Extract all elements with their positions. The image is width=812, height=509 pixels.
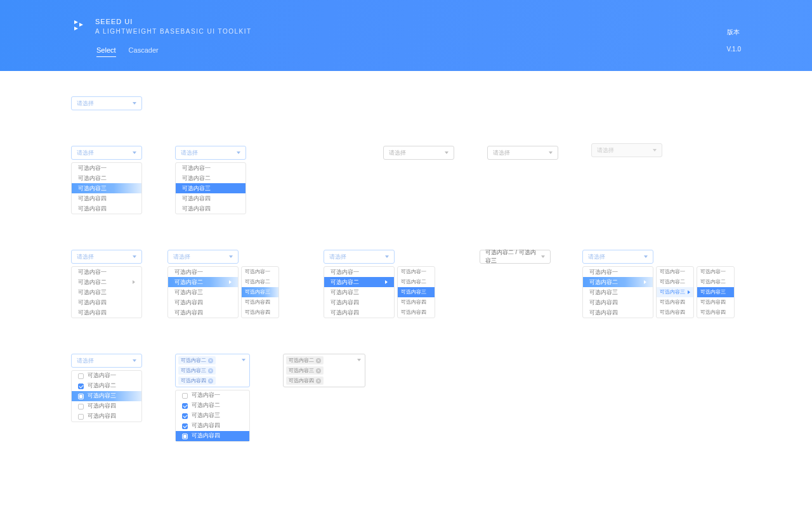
option-4b[interactable]: 可选内容四: [176, 203, 246, 214]
check-option-4[interactable]: 可选内容四: [176, 421, 249, 431]
sub-option-3-active[interactable]: 可选内容三: [657, 287, 693, 297]
app-subtitle: A LIGHTWEIGHT BASEBASIC UI TOOLKIT: [95, 28, 252, 35]
sub-option-4[interactable]: 可选内容四: [657, 297, 693, 307]
option-2[interactable]: 可选内容二: [72, 173, 141, 183]
option-1[interactable]: 可选内容一: [176, 163, 246, 173]
sub-option-1[interactable]: 可选内容一: [398, 267, 435, 277]
nav-select[interactable]: Select: [96, 46, 116, 57]
check-option-2[interactable]: 可选内容二: [176, 401, 249, 411]
nav-cascader[interactable]: Cascader: [129, 46, 159, 57]
sub-option-3-hover[interactable]: 可选内容三: [242, 287, 278, 297]
chevron-down-icon: [653, 149, 657, 151]
option-1[interactable]: 可选内容一: [324, 267, 394, 277]
cascader-panel-1: 可选内容一 可选内容二 可选内容三 可选内容四 可选内容四: [324, 266, 395, 318]
option-2-active[interactable]: 可选内容二: [168, 277, 238, 287]
option-4[interactable]: 可选内容四: [168, 297, 238, 307]
option-3[interactable]: 可选内容三: [324, 287, 394, 297]
sub-option-2[interactable]: 可选内容二: [242, 277, 278, 287]
option-1[interactable]: 可选内容一: [72, 267, 141, 277]
cascader-value-display[interactable]: 可选内容二 / 可选内容三: [480, 250, 551, 264]
chevron-down-icon: [541, 255, 545, 258]
check-option-3-active[interactable]: 可选内容三: [72, 391, 141, 401]
sub-option-4b[interactable]: 可选内容四: [398, 307, 435, 318]
option-4[interactable]: 可选内容四: [324, 297, 394, 307]
select-dropdown: 可选内容一 可选内容二 可选内容三 可选内容四 可选内容四: [71, 162, 142, 214]
option-4[interactable]: 可选内容四: [583, 297, 653, 307]
chevron-down-icon: [133, 102, 136, 105]
option-2-active[interactable]: 可选内容二: [583, 277, 653, 287]
option-4b[interactable]: 可选内容四: [168, 307, 238, 318]
check-option-4b-active[interactable]: 可选内容四: [176, 431, 249, 441]
option-4b[interactable]: 可选内容四: [583, 307, 653, 318]
check-option-1[interactable]: 可选内容一: [72, 371, 141, 381]
sub-option-4[interactable]: 可选内容四: [242, 297, 278, 307]
sub2-option-1[interactable]: 可选内容一: [697, 267, 734, 277]
sub-option-4b[interactable]: 可选内容四: [242, 307, 278, 318]
sub-option-1[interactable]: 可选内容一: [242, 267, 278, 277]
close-icon[interactable]: ×: [316, 378, 321, 383]
tag-option-4[interactable]: 可选内容四×: [178, 377, 216, 385]
sub-option-2[interactable]: 可选内容二: [657, 277, 693, 287]
option-4[interactable]: 可选内容四: [176, 193, 246, 203]
select-closed[interactable]: 请选择: [71, 96, 142, 110]
option-1[interactable]: 可选内容一: [583, 267, 653, 277]
sub2-option-4[interactable]: 可选内容四: [697, 297, 734, 307]
tag-option-2[interactable]: 可选内容二×: [286, 356, 324, 364]
sub2-option-3-hover[interactable]: 可选内容三: [697, 287, 734, 297]
sub-option-4b[interactable]: 可选内容四: [657, 307, 693, 318]
close-icon[interactable]: ×: [208, 378, 213, 383]
option-4b[interactable]: 可选内容四: [72, 307, 141, 318]
tag-select-trigger[interactable]: 可选内容二× 可选内容三× 可选内容四×: [175, 354, 250, 387]
close-icon[interactable]: ×: [208, 358, 213, 363]
check-option-4b[interactable]: 可选内容四: [72, 411, 141, 422]
option-4[interactable]: 可选内容四: [72, 193, 141, 203]
close-icon[interactable]: ×: [208, 368, 213, 373]
option-2[interactable]: 可选内容二: [72, 277, 141, 287]
close-icon[interactable]: ×: [316, 368, 321, 373]
cascader-trigger[interactable]: 请选择: [71, 250, 142, 264]
option-3-hover[interactable]: 可选内容三: [72, 183, 141, 193]
check-option-1[interactable]: 可选内容一: [176, 390, 249, 401]
option-3[interactable]: 可选内容三: [72, 287, 141, 297]
sub-option-3-hover[interactable]: 可选内容三: [398, 287, 435, 297]
select-open-gradient: 请选择 可选内容一 可选内容二 可选内容三 可选内容四 可选内容四: [71, 146, 142, 214]
option-4b[interactable]: 可选内容四: [72, 203, 141, 214]
cascader-trigger[interactable]: 请选择: [167, 250, 239, 264]
sub-option-4[interactable]: 可选内容四: [398, 297, 435, 307]
checkbox-indeterminate-icon: [182, 434, 188, 439]
option-4[interactable]: 可选内容四: [72, 297, 141, 307]
brand: SEEED UI A LIGHTWEIGHT BASEBASIC UI TOOL…: [71, 18, 741, 35]
sub2-option-2[interactable]: 可选内容二: [697, 277, 734, 287]
tag-option-4[interactable]: 可选内容四×: [286, 377, 324, 385]
select-trigger[interactable]: 请选择: [71, 354, 142, 368]
option-3[interactable]: 可选内容三: [168, 287, 238, 297]
option-4b[interactable]: 可选内容四: [324, 307, 394, 318]
option-2-active[interactable]: 可选内容二: [324, 277, 394, 287]
option-2[interactable]: 可选内容二: [176, 173, 246, 183]
cascader-trigger[interactable]: 请选择: [324, 250, 395, 264]
option-1[interactable]: 可选内容一: [72, 163, 141, 173]
cascader-trigger[interactable]: 请选择: [582, 250, 653, 264]
option-3[interactable]: 可选内容三: [583, 287, 653, 297]
chevron-right-icon: [133, 280, 135, 284]
cascader-gradient: 请选择 可选内容一 可选内容二 可选内容三 可选内容四 可选内容四 可选内容一 …: [167, 250, 279, 318]
check-option-4[interactable]: 可选内容四: [72, 401, 141, 411]
sub-option-1[interactable]: 可选内容一: [657, 267, 693, 277]
sub2-option-4b[interactable]: 可选内容四: [697, 307, 734, 318]
select-trigger[interactable]: 请选择: [175, 146, 246, 160]
option-1[interactable]: 可选内容一: [168, 267, 238, 277]
check-option-3[interactable]: 可选内容三: [176, 411, 249, 421]
tag-option-3[interactable]: 可选内容三×: [178, 366, 216, 375]
select-plain-closed-2[interactable]: 请选择: [487, 146, 558, 160]
option-3-hover[interactable]: 可选内容三: [176, 183, 246, 193]
tag-select-closed[interactable]: 可选内容二× 可选内容三× 可选内容四×: [283, 354, 365, 387]
tag-option-3[interactable]: 可选内容三×: [286, 366, 324, 375]
chevron-down-icon: [445, 151, 449, 154]
sub-option-2[interactable]: 可选内容二: [398, 277, 435, 287]
select-plain-closed[interactable]: 请选择: [383, 146, 454, 160]
close-icon[interactable]: ×: [316, 358, 321, 363]
select-trigger[interactable]: 请选择: [71, 146, 142, 160]
chevron-down-icon: [133, 255, 136, 258]
tag-option-2[interactable]: 可选内容二×: [178, 356, 216, 364]
check-option-2[interactable]: 可选内容二: [72, 381, 141, 391]
